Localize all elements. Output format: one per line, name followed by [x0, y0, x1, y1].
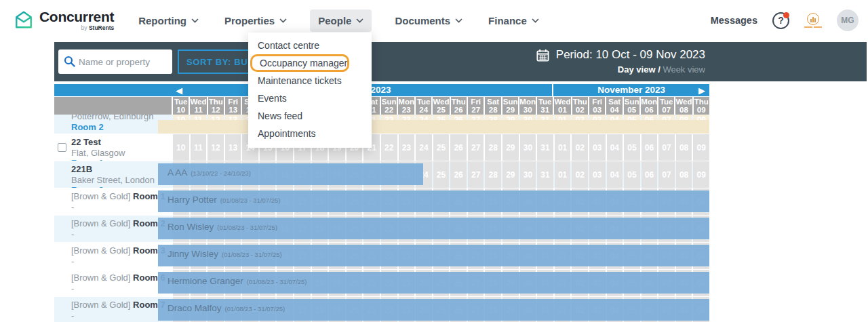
day-header-num: 09 [694, 106, 709, 114]
day-header-dow: Sun [624, 98, 639, 106]
booking-date-range: (01/08/23 - 31/07/25) [222, 251, 282, 258]
property-address: - [71, 256, 169, 267]
property-address: - [71, 202, 169, 213]
day-header-cell: Wed11 [190, 97, 206, 115]
day-header-num: 10 [173, 106, 189, 114]
day-cell: 04 [607, 134, 623, 161]
booking-bar[interactable]: Harry Potter(01/08/23 - 31/07/25) [158, 190, 709, 212]
property-name: [Brown & Gold] Room 7 [71, 300, 169, 310]
day-header-cell: Wed25 [433, 97, 449, 115]
room-link[interactable]: Room 1 [71, 158, 169, 161]
day-cell: 31 [537, 161, 553, 188]
previous-period-arrow[interactable]: ◀ [176, 85, 182, 96]
property-address: Potterrow, Edinburgh [71, 115, 169, 122]
property-address: Flat, Glasgow [71, 148, 169, 159]
day-header-cell: Mon23 [398, 97, 414, 115]
day-cell: 07 [658, 134, 675, 161]
week-view-toggle[interactable]: Week view [663, 64, 705, 75]
day-header-dow: Sun [381, 98, 397, 106]
day-cell: 11 [191, 134, 207, 161]
nav-item-people[interactable]: People [310, 9, 372, 32]
property-name: 22 Test [71, 137, 169, 148]
day-cell: 26 [450, 134, 467, 161]
nav-item-finance[interactable]: Finance [486, 9, 542, 32]
day-header-cell: Thu02 [572, 97, 588, 115]
day-cell: 06 [642, 134, 658, 161]
booking-date-range: (13/10/22 - 24/10/23) [191, 169, 251, 177]
room-row: [Brown & Gold] Room 6--10111213141516171… [54, 269, 709, 296]
day-header-dow: Fri [225, 98, 241, 106]
booking-bar[interactable]: Ron Wisley(01/08/23 - 31/07/25) [158, 218, 709, 239]
nav-item-reporting[interactable]: Reporting [136, 9, 201, 32]
property-name: [Brown & Gold] Room 1 [71, 191, 169, 202]
day-header-num: 25 [433, 106, 449, 114]
room-names-cell: 221BBaker Street, LondonRoom 2 [54, 161, 172, 188]
day-cell: 30 [520, 161, 536, 188]
day-cell: 26 [450, 161, 467, 188]
row-grid-area: 1011121314151617181920212223242526272829… [172, 188, 709, 215]
day-header-dow: Mon [519, 98, 536, 106]
room-row: Potterrow, EdinburghRoom 210111213141516… [54, 115, 709, 134]
booking-bar[interactable]: Jinny Wisley(01/08/23 - 31/07/25) [158, 245, 709, 266]
day-cell: 10 [173, 134, 189, 161]
menu-item-news-feed[interactable]: News feed [248, 107, 372, 125]
day-header-cell: Wed01 [554, 97, 570, 115]
day-header-num: 12 [208, 106, 224, 114]
day-cell: 02 [572, 134, 588, 161]
room-link[interactable]: - [71, 212, 169, 215]
property-address: - [71, 283, 169, 294]
row-grid-area: 1011121314151617181920212223242526272829… [172, 297, 709, 322]
row-checkbox[interactable] [58, 143, 66, 152]
room-link[interactable]: - [71, 239, 169, 242]
help-icon[interactable]: ? [772, 12, 789, 29]
next-period-arrow[interactable]: ▶ [698, 85, 705, 96]
day-header-cell: Sun22 [381, 97, 397, 115]
day-header-dow: Thu [451, 98, 467, 106]
menu-item-appointments[interactable]: Appointments [248, 125, 372, 142]
menu-item-contact-centre[interactable]: Contact centre [248, 37, 372, 54]
messages-link[interactable]: Messages [711, 15, 757, 26]
brand-byline: by StuRents [81, 25, 115, 31]
day-cell: 05 [624, 134, 640, 161]
booking-bar[interactable]: A AA(13/10/22 - 24/10/23) [158, 163, 423, 185]
brand-logo[interactable]: Concurrent by StuRents [14, 9, 114, 31]
top-navigation: Concurrent by StuRents Reporting Propert… [0, 0, 868, 41]
chevron-down-icon [532, 18, 539, 23]
day-header-spacer [54, 97, 172, 115]
day-header-cell: Tue10 [173, 97, 189, 115]
booking-date-range: (01/08/23 - 31/07/25) [217, 224, 277, 231]
search-input[interactable] [58, 49, 172, 74]
nav-item-documents[interactable]: Documents [392, 9, 465, 32]
booking-bar[interactable] [158, 120, 709, 134]
day-header-dow: Tue [173, 98, 189, 106]
notification-dot [783, 12, 789, 18]
day-header-cell: Thu26 [451, 97, 467, 115]
day-header-dow: Wed [190, 98, 206, 106]
menu-item-occupancy-manager[interactable]: Occupancy manager [250, 54, 349, 72]
booking-date-range: (01/08/23 - 31/07/25) [247, 278, 307, 285]
day-header-cell: Fri03 [589, 97, 605, 115]
row-grid-area: 1011121314151617181920212223242526272829… [172, 270, 709, 296]
booking-bar[interactable]: Hermione Granger(01/08/23 - 31/07/25) [158, 272, 709, 294]
room-link[interactable]: Room 2 [71, 185, 169, 188]
day-view-toggle[interactable]: Day view [618, 64, 656, 75]
room-link[interactable]: Room 2 [71, 122, 169, 133]
partner-badge-icon[interactable] [804, 13, 822, 28]
day-cell: 09 [693, 134, 709, 161]
menu-item-maintenance-tickets[interactable]: Maintenance tickets [248, 72, 372, 89]
property-prefix: [Brown & Gold] [71, 191, 133, 201]
main-menu: Reporting Properties People Documents Fi… [136, 9, 542, 32]
booking-bar[interactable]: Draco Malfoy(01/08/23 - 31/07/25) [158, 299, 709, 321]
nav-item-properties[interactable]: Properties [222, 9, 290, 32]
day-header-dow: Sun [502, 98, 518, 106]
room-link[interactable]: - [71, 266, 169, 269]
menu-item-events[interactable]: Events [248, 89, 372, 107]
room-link[interactable]: - [71, 294, 169, 296]
user-avatar[interactable]: MG [837, 9, 859, 31]
day-header-num: 07 [658, 106, 674, 114]
day-cell: 12 [208, 134, 224, 161]
property-prefix: [Brown & Gold] [71, 245, 133, 256]
day-header-dow: Fri [468, 98, 484, 106]
chevron-down-icon [455, 18, 462, 23]
property-prefix: [Brown & Gold] [71, 300, 133, 310]
